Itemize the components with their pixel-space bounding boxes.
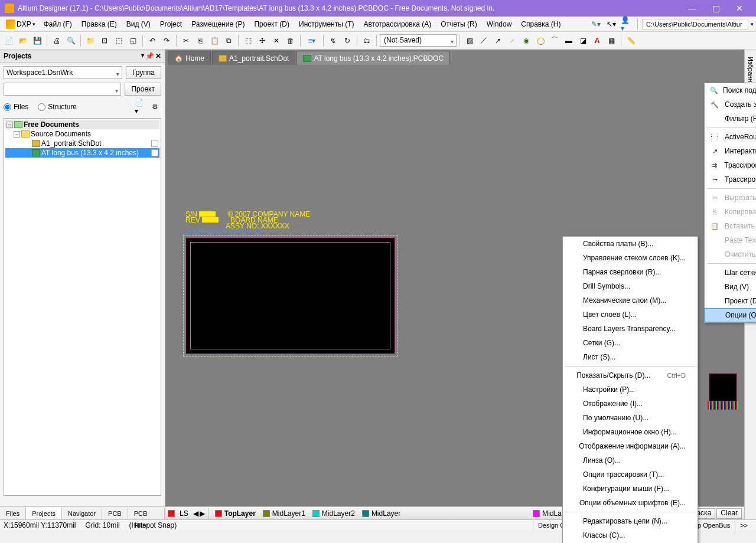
tab-files[interactable]: Files xyxy=(0,508,26,519)
ctx-item[interactable]: Линза (O)... xyxy=(563,453,698,467)
tab-home[interactable]: 🏠 Home xyxy=(168,51,211,65)
ctx-item[interactable]: По умолчанию (U)... xyxy=(563,411,698,425)
status-more[interactable]: >> xyxy=(735,520,752,531)
menu-help[interactable]: Справка (H) xyxy=(516,18,565,31)
cross-probe-icon[interactable]: ↯ xyxy=(327,34,340,47)
layer-tab[interactable]: MidLayer xyxy=(359,508,404,519)
minimize-button[interactable]: — xyxy=(680,0,704,17)
zoom-fit-icon[interactable]: ⊡ xyxy=(98,34,111,47)
project-button[interactable]: Проект xyxy=(125,83,161,96)
ctx-item[interactable]: Сетки (G)... xyxy=(563,336,698,350)
layer-next-icon[interactable]: ▶ xyxy=(200,509,205,518)
deselect-icon[interactable]: ✕ xyxy=(270,34,283,47)
save-icon[interactable]: 💾 xyxy=(31,34,44,47)
ctx-item[interactable]: ⋮⋮ActiveRouteShift+A xyxy=(705,130,756,144)
ctx-item[interactable]: Классы (C)... xyxy=(563,528,698,542)
menu-window[interactable]: Window xyxy=(482,18,517,31)
place-line-icon[interactable]: ／ xyxy=(477,34,490,47)
menu-file[interactable]: Файл (F) xyxy=(39,18,77,31)
tab-pcb-doc[interactable]: AT long bus (13.3 x 4.2 inches).PCBDOC xyxy=(296,51,450,65)
menu-reports[interactable]: Отчеты (R) xyxy=(436,18,481,31)
ctx-item[interactable]: Конфигурации мыши (F)... xyxy=(563,482,698,496)
region-icon[interactable]: ◪ xyxy=(576,34,589,47)
menu-design[interactable]: Проект (D) xyxy=(249,18,294,31)
text-icon[interactable]: A xyxy=(591,34,604,47)
tree-source-docs[interactable]: − Source Documents xyxy=(5,129,159,139)
ls-label[interactable]: LS xyxy=(176,509,192,518)
ctx-item[interactable]: Показать/Скрыть (D)...Ctrl+D xyxy=(563,368,698,382)
structure-radio[interactable]: Structure xyxy=(38,103,77,111)
ctx-item[interactable]: Проект (D)▶ xyxy=(705,294,756,308)
close-button[interactable]: ✕ xyxy=(728,0,751,17)
ctx-item[interactable]: ⇉Трассировка дифференциальных пар (I) xyxy=(705,158,756,172)
tab-pcb[interactable]: PCB xyxy=(102,508,128,519)
redo-icon[interactable]: ↷ xyxy=(160,34,173,47)
dxp-menu[interactable]: DXP ▾ xyxy=(2,17,39,31)
ctx-item[interactable]: Шаг сетки (G)▶ xyxy=(705,266,756,280)
tab-projects[interactable]: Projects xyxy=(26,508,62,519)
measure-icon[interactable]: 📏 xyxy=(624,34,637,47)
ctx-item[interactable]: ↗Интерактивная трассировка (T) xyxy=(705,144,756,158)
print-icon[interactable]: 🖨 xyxy=(50,34,63,47)
menu-tools[interactable]: Инструменты (T) xyxy=(294,18,359,31)
path-display[interactable]: C:\Users\Public\Documents\Altiur xyxy=(642,19,748,30)
ctx-item[interactable]: Управление стеком слоев (K)... xyxy=(563,251,698,265)
tree-root[interactable]: − Free Documents xyxy=(5,120,159,129)
ctx-item[interactable]: Вид (V)▶ xyxy=(705,280,756,294)
rect-fill-icon[interactable]: ▬ xyxy=(562,34,575,47)
tab-sch-doc[interactable]: A1_portrait.SchDot xyxy=(212,51,295,65)
align-icon[interactable]: ≡▾ xyxy=(304,34,320,47)
copy-icon[interactable]: ⎘ xyxy=(194,34,207,47)
ctx-item[interactable]: Отображение информации (A)... xyxy=(563,439,698,453)
layer-tab[interactable]: TopLayer xyxy=(211,508,259,519)
new-icon[interactable]: 📄 xyxy=(2,34,15,47)
ctx-item[interactable]: Механические слои (M)... xyxy=(563,293,698,308)
project-combo[interactable] xyxy=(4,83,121,96)
tab-pcb-filter[interactable]: PCB Filter xyxy=(128,508,165,519)
ctx-item[interactable]: Paste Text xyxy=(705,233,756,247)
panel-opts-icon[interactable]: 📄▾ xyxy=(134,100,147,113)
tool-pencil-icon[interactable]: ✎▾ xyxy=(589,18,602,31)
arc-icon[interactable]: ⌒ xyxy=(548,34,561,47)
ctx-item[interactable]: Настройки (P)... xyxy=(563,382,698,397)
pcb-canvas[interactable]: S/N © 2007 COMPANY NAME REV BOARD NAME A… xyxy=(165,65,744,506)
move-icon[interactable]: ✣ xyxy=(256,34,269,47)
open-icon[interactable]: 📂 xyxy=(17,34,30,47)
ctx-item[interactable]: ⎘Копировать (C)Ctrl+C xyxy=(705,205,756,219)
open-proj-icon[interactable]: 📁 xyxy=(84,34,97,47)
duplicate-icon[interactable]: ⧉ xyxy=(222,34,235,47)
zoom-sel-icon[interactable]: ◱ xyxy=(126,34,139,47)
tree-pcb-doc[interactable]: AT long bus (13.3 x 4.2 inches) xyxy=(5,148,159,158)
menu-place[interactable]: Размещение (P) xyxy=(187,18,249,31)
layer-prev-icon[interactable]: ◀ xyxy=(193,509,198,518)
ctx-item[interactable]: Информационное окно (H)... xyxy=(563,425,698,439)
ctx-item[interactable]: Отображение (I)... xyxy=(563,397,698,411)
ctx-item[interactable]: 📋Вставить (P)Ctrl+V xyxy=(705,219,756,233)
files-radio[interactable]: Files xyxy=(4,103,28,111)
menu-project[interactable]: Project xyxy=(155,18,187,31)
ctx-item[interactable]: Опции (O)▶ xyxy=(705,308,756,322)
menu-view[interactable]: Вид (V) xyxy=(122,18,155,31)
undo-icon[interactable]: ↶ xyxy=(146,34,159,47)
ctx-item[interactable]: Board Layers Transparency... xyxy=(563,322,698,336)
ctx-item[interactable]: Лист (S)... xyxy=(563,350,698,364)
hatch-icon[interactable]: ▨ xyxy=(463,34,476,47)
ctx-item[interactable]: Свойства платы (B)... xyxy=(563,237,698,251)
via-big-icon[interactable]: ◯ xyxy=(534,34,547,47)
panel-close-icon[interactable]: ✕ xyxy=(155,52,161,60)
tool-person-icon[interactable]: 👤▾ xyxy=(620,18,633,31)
group-button[interactable]: Группа xyxy=(126,66,161,79)
refresh-icon[interactable]: ↻ xyxy=(341,34,354,47)
tab-navigator[interactable]: Navigator xyxy=(62,508,102,519)
browse-icon[interactable]: 🗂 xyxy=(360,34,373,47)
delete-icon[interactable]: 🗑 xyxy=(284,34,297,47)
ctx-item[interactable]: Парная сверловки (R)... xyxy=(563,265,698,279)
ctx-item[interactable]: ✂Вырезать (T)Ctrl+X xyxy=(705,191,756,205)
panel-settings-icon[interactable]: ⚙ xyxy=(148,100,161,113)
ctx-item[interactable]: ОчиститьDel xyxy=(705,247,756,261)
menu-edit[interactable]: Правка (E) xyxy=(77,18,122,31)
maximize-button[interactable]: ▢ xyxy=(704,0,728,17)
ctx-item[interactable]: 🔍Поиск подобных объектов (N)Shift+F xyxy=(705,83,756,97)
tree-sch-doc[interactable]: A1_portrait.SchDot xyxy=(5,139,159,148)
zoom-area-icon[interactable]: ⬚ xyxy=(112,34,125,47)
